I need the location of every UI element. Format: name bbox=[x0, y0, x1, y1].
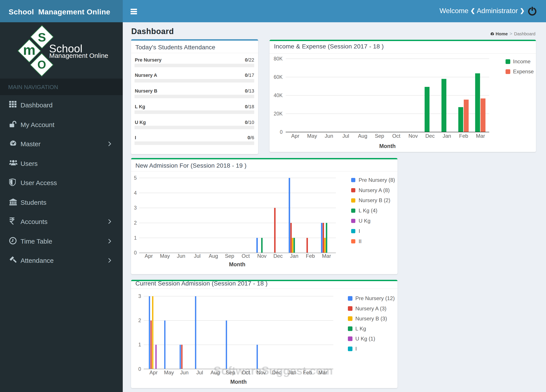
svg-text:m: m bbox=[23, 42, 36, 58]
svg-text:O: O bbox=[37, 58, 46, 71]
svg-text:Management Online: Management Online bbox=[49, 52, 108, 59]
svg-text:S: S bbox=[38, 30, 46, 44]
